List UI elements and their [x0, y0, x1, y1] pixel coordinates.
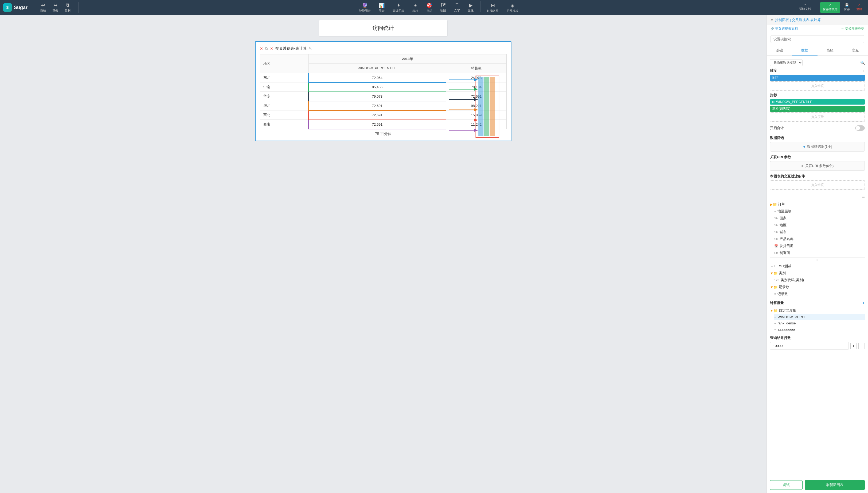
metric-pill-sales[interactable]: 求和(销售额)	[770, 106, 865, 112]
toolbar: S Sugar ↩ 撤销 ↪ 重做 ⧉ 复制 🔮 智能图表 📊 图表 ✦ 高级图…	[0, 0, 868, 15]
widget-close-button[interactable]: ✕	[260, 46, 263, 51]
query-decrement-button[interactable]: −	[859, 343, 865, 349]
table-row: 东北72,06424,978	[260, 73, 507, 82]
table-row: 西北72,69115,859	[260, 110, 507, 120]
col-region-header: 地区	[260, 55, 309, 73]
panel-links: 🔗 交叉透视表文档 ↔ 切换图表类型	[767, 25, 868, 33]
prefix-country: Str	[774, 217, 778, 220]
dimension-label: 维度	[770, 68, 777, 73]
total-toggle[interactable]	[855, 125, 865, 131]
doc-link[interactable]: 🔗 交叉透视表文档	[770, 26, 798, 31]
prefix-window-perce: ≡	[774, 316, 776, 319]
save-preview-icon: ↗	[829, 3, 831, 7]
folder-icon-records: ▼📁	[770, 285, 778, 289]
redo-icon: ↪	[54, 2, 57, 8]
widget-expand-button[interactable]: ✕	[270, 46, 273, 51]
search-input[interactable]	[770, 35, 864, 43]
tree-item-shipdate[interactable]: 📅 发货日期	[774, 242, 865, 250]
tool-palette: 🔮 智能图表 📊 图表 ✦ 高级图表 ⊞ 表格 🎯 指标 🗺 地图 T 文字 ▶	[81, 1, 796, 14]
folder-label-category: 类别	[779, 271, 786, 276]
tree-folder-category[interactable]: ▼📁 类别	[770, 270, 865, 277]
tree-item-rank-dense[interactable]: ≡ rank_dense	[774, 320, 865, 326]
redo-button[interactable]: ↪ 重做	[50, 1, 61, 14]
save-button[interactable]: 💾 保存	[841, 2, 852, 13]
tree-folder-custom[interactable]: ▼📁 自定义度量	[770, 307, 865, 314]
prefix-rank-dense: ≡	[774, 322, 776, 325]
tree-item-region[interactable]: Str 地区	[774, 222, 865, 229]
data-filter-button[interactable]: ▼ 数据筛选器(1个)	[770, 142, 865, 152]
query-count-input[interactable]	[770, 342, 849, 350]
tree-item-record-count[interactable]: ≡ 记录数	[774, 291, 865, 297]
media-tool[interactable]: ▶ 媒体	[464, 1, 478, 14]
tree-item-region-hierarchy[interactable]: ≡ 地区层级	[774, 208, 865, 215]
add-calc-measure-button[interactable]: +	[862, 301, 865, 305]
widget-container[interactable]: ✕ ⧉ ✕ 交叉透视表-表计算 ✎ 地区 2013年 WINDOW_PERCEN…	[255, 41, 511, 141]
panel-breadcrumb: 控制面板 | 交叉透视表-表计算	[775, 18, 864, 22]
indicator-icon: 🎯	[426, 2, 432, 8]
tree-item-country[interactable]: Str 国家	[774, 215, 865, 222]
field-tree: ≡ ▶📁 订单 ≡ 地区层级 Str 国家	[770, 192, 865, 333]
tree-item-manufacturer[interactable]: Str 制造商	[774, 250, 865, 256]
help-button[interactable]: ? 帮助文档	[796, 2, 813, 13]
filter-tool[interactable]: ⊟ 过滤条件	[483, 1, 502, 14]
toolbar-right: ? 帮助文档 ↗ 保存并预览 💾 保存 ✕ 退出	[796, 2, 865, 13]
type-link[interactable]: ↔ 切换图表类型	[841, 26, 864, 31]
hamburger-icon[interactable]: ≡	[862, 194, 865, 199]
tree-item-window-perce[interactable]: ≡ WINDOW_PERCE...	[774, 314, 865, 320]
tab-advanced[interactable]: 高级	[817, 45, 843, 56]
widget-template-tool[interactable]: ◈ 组件模板	[503, 1, 522, 14]
chart-tool[interactable]: 📊 图表	[375, 1, 388, 14]
refresh-button[interactable]: 刷新新图表	[805, 480, 865, 490]
widget-header: ✕ ⧉ ✕ 交叉透视表-表计算 ✎	[260, 46, 507, 51]
tree-item-product[interactable]: Str 产品名称	[774, 236, 865, 242]
cell-sales: 24,978	[446, 73, 507, 82]
exit-button[interactable]: ✕ 退出	[853, 2, 865, 13]
smart-chart-tool[interactable]: 🔮 智能图表	[355, 1, 375, 14]
tree-separator: ≡	[770, 257, 865, 262]
cell-sales: 72,691	[446, 92, 507, 101]
map-tool[interactable]: 🗺 地图	[437, 1, 450, 14]
panel-collapse-button[interactable]: «	[770, 18, 773, 22]
debug-button[interactable]: 调试	[770, 480, 803, 490]
dimension-pill-region[interactable]: 地区 ↕	[770, 75, 865, 81]
tab-data[interactable]: 数据	[792, 45, 817, 56]
tree-item-category-code[interactable]: 123 类别代码(类别)	[774, 277, 865, 284]
save-preview-button[interactable]: ↗ 保存并预览	[820, 2, 840, 13]
tree-records-children: ≡ 记录数	[770, 291, 865, 297]
cell-window: 85,456	[308, 82, 446, 92]
tab-interact[interactable]: 交互	[843, 45, 868, 56]
field-search-button[interactable]: 🔍	[860, 61, 865, 65]
calc-measure-label: 计算度量	[770, 301, 784, 305]
metric-label: 指标	[770, 93, 777, 98]
widget-copy-button[interactable]: ⧉	[265, 46, 268, 51]
model-select[interactable]: 购物车数据模型	[770, 59, 803, 66]
copy-button[interactable]: ⧉ 复制	[62, 1, 73, 14]
table-row: 华东79,07372,691	[260, 92, 507, 101]
edit-actions: ↩ 撤销 ↪ 重做 ⧉ 复制	[37, 1, 73, 14]
tree-item-first-test[interactable]: ≡ FIRST测试	[770, 263, 865, 270]
page-title-container: 访问统计	[319, 20, 447, 36]
widget-template-icon: ◈	[511, 2, 514, 8]
table-tool[interactable]: ⊞ 表格	[409, 1, 422, 14]
calc-measure-section: 计算度量 +	[770, 301, 865, 305]
add-dimension-button[interactable]: +	[863, 69, 865, 73]
metric-pill-window[interactable]: ⊞ WINDOW_PERCENTILE	[770, 99, 865, 105]
related-url-button[interactable]: ✈ 关联URL参数(0个)	[770, 161, 865, 171]
tree-folder-records[interactable]: ▼📁 记录数	[770, 284, 865, 291]
advanced-chart-tool[interactable]: ✦ 高级图表	[389, 1, 408, 14]
query-rows-input: + −	[770, 342, 865, 350]
indicator-tool[interactable]: 🎯 指标	[423, 1, 436, 14]
widget-edit-button[interactable]: ✎	[309, 46, 312, 51]
tree-item-city[interactable]: Str 城市	[774, 229, 865, 236]
text-tool[interactable]: T 文字	[450, 1, 464, 14]
undo-button[interactable]: ↩ 撤销	[37, 1, 48, 14]
table-wrapper: 地区 2013年 WINDOW_PERCENTILE 销售额 东北72,0642…	[260, 54, 507, 129]
cell-region: 中南	[260, 82, 309, 92]
divider-1	[35, 2, 35, 13]
tree-item-aaa[interactable]: ≡ aaaaaaaaa	[774, 326, 865, 333]
tree-folder-order[interactable]: ▶📁 订单	[770, 201, 865, 208]
query-increment-button[interactable]: +	[850, 343, 857, 349]
query-rows-label: 查询结果行数	[770, 336, 791, 340]
bottom-action-buttons: 调试 刷新新图表	[767, 477, 868, 493]
tab-basic[interactable]: 基础	[767, 45, 792, 56]
